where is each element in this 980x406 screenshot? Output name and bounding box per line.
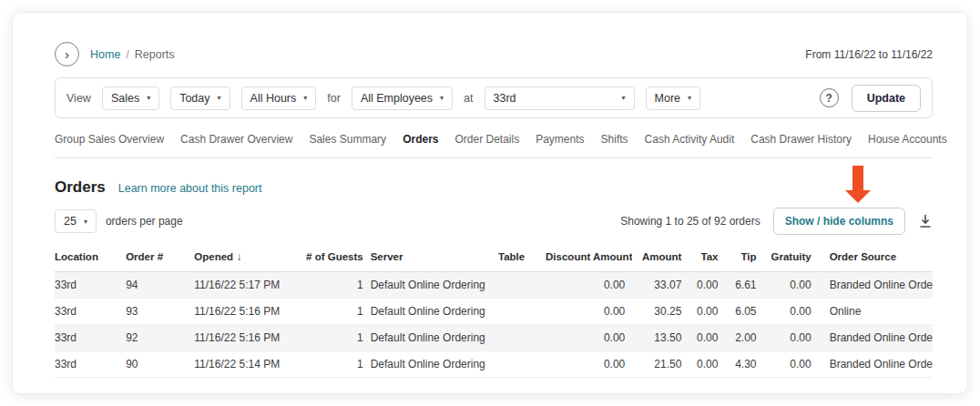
cell-tip: 6.05 <box>725 299 763 325</box>
cell-location: 33rd <box>55 351 126 378</box>
cell-tip: 2.00 <box>725 325 763 351</box>
cell-server: Default Online Ordering <box>371 272 498 299</box>
orders-header-row: LocationOrder #Opened ↓# of GuestsServer… <box>55 242 933 272</box>
cell-of-guests: 1 <box>300 272 371 299</box>
breadcrumb-current: Reports <box>135 48 175 61</box>
help-icon[interactable]: ? <box>820 88 839 107</box>
breadcrumb-separator: / <box>126 48 128 61</box>
column-header-of-guests[interactable]: # of Guests <box>300 242 371 272</box>
filter-bar: View Sales ▾ Today ▾ All Hours ▾ for All… <box>55 77 933 118</box>
breadcrumb-home-link[interactable]: Home <box>90 48 120 61</box>
cell-amount: 21.50 <box>632 351 689 378</box>
cell-order: 93 <box>126 299 194 325</box>
breadcrumb: Home/Reports <box>90 48 175 61</box>
column-header-order-source[interactable]: Order Source <box>819 242 933 272</box>
chevron-down-icon: ▾ <box>440 94 444 102</box>
cell-discount-amount: 0.00 <box>546 351 632 378</box>
column-header-order[interactable]: Order # <box>126 242 194 272</box>
cell-of-guests: 1 <box>300 299 371 325</box>
report-type-value: Sales <box>111 92 139 105</box>
show-hide-columns-button[interactable]: Show / hide columns <box>773 208 905 235</box>
cell-of-guests: 1 <box>300 325 371 351</box>
tab-cash-drawer-overview[interactable]: Cash Drawer Overview <box>180 133 292 146</box>
column-header-tax[interactable]: Tax <box>689 242 725 272</box>
column-header-opened[interactable]: Opened ↓ <box>194 242 299 272</box>
cell-gratuity: 0.00 <box>764 272 819 299</box>
reports-content: › Home/Reports From 11/16/22 to 11/16/22… <box>13 13 967 394</box>
report-type-select[interactable]: Sales ▾ <box>102 86 159 110</box>
cell-location: 33rd <box>55 325 126 351</box>
order-row[interactable]: 33rd9011/16/22 5:14 PM1Default Online Or… <box>55 351 933 378</box>
update-button[interactable]: Update <box>852 85 921 112</box>
column-header-location[interactable]: Location <box>55 242 126 272</box>
tab-orders[interactable]: Orders <box>403 133 438 146</box>
page-size-value: 25 <box>64 215 77 228</box>
cell-opened: 11/16/22 5:16 PM <box>194 299 299 325</box>
table-controls-row: 25 ▾ orders per page Showing 1 to 25 of … <box>55 208 933 235</box>
cell-amount: 33.07 <box>632 272 689 299</box>
orders-table: LocationOrder #Opened ↓# of GuestsServer… <box>55 242 933 378</box>
cell-order-source: Branded Online Ordering <box>819 351 933 378</box>
cell-discount-amount: 0.00 <box>546 325 632 351</box>
cell-server: Default Online Ordering <box>371 325 498 351</box>
cell-server: Default Online Ordering <box>371 351 498 378</box>
cell-order: 90 <box>126 351 194 378</box>
cell-amount: 13.50 <box>632 325 689 351</box>
hours-filter-select[interactable]: All Hours ▾ <box>241 86 317 110</box>
tab-cash-drawer-history[interactable]: Cash Drawer History <box>750 133 852 146</box>
chevron-right-icon: › <box>65 47 69 61</box>
employees-filter-select[interactable]: All Employees ▾ <box>352 86 453 110</box>
column-header-table[interactable]: Table <box>498 242 546 272</box>
cell-table <box>498 351 546 378</box>
cell-gratuity: 0.00 <box>764 351 819 378</box>
page-size-label: orders per page <box>106 215 183 228</box>
tab-cash-activity-audit[interactable]: Cash Activity Audit <box>645 133 735 146</box>
tab-payments[interactable]: Payments <box>536 133 584 146</box>
learn-more-link[interactable]: Learn more about this report <box>118 182 262 195</box>
column-header-gratuity[interactable]: Gratuity <box>764 242 819 272</box>
cell-discount-amount: 0.00 <box>546 299 632 325</box>
more-filters-value: More <box>655 92 680 105</box>
tab-sales-summary[interactable]: Sales Summary <box>309 133 386 146</box>
location-filter-select[interactable]: 33rd ▾ <box>485 86 635 110</box>
tab-order-details[interactable]: Order Details <box>454 133 519 146</box>
order-row[interactable]: 33rd9411/16/22 5:17 PM1Default Online Or… <box>55 272 933 299</box>
cell-opened: 11/16/22 5:16 PM <box>194 325 299 351</box>
column-header-amount[interactable]: Amount <box>632 242 689 272</box>
arrow-down-icon: ↓ <box>233 250 241 263</box>
date-filter-select[interactable]: Today ▾ <box>170 86 230 110</box>
cell-discount-amount: 0.00 <box>546 272 632 299</box>
cell-order: 92 <box>126 325 194 351</box>
cell-table <box>498 272 546 299</box>
cell-order-source: Online <box>819 299 933 325</box>
tab-group-sales-overview[interactable]: Group Sales Overview <box>55 133 164 146</box>
orders-table-body: 33rd9411/16/22 5:17 PM1Default Online Or… <box>55 272 933 378</box>
column-header-discount-amount[interactable]: Discount Amount <box>546 242 632 272</box>
page-title: Orders <box>55 178 106 197</box>
column-header-server[interactable]: Server <box>371 242 498 272</box>
page-size-select[interactable]: 25 ▾ <box>55 209 97 233</box>
cell-tax: 0.00 <box>689 299 725 325</box>
chevron-down-icon: ▾ <box>303 94 307 102</box>
order-row[interactable]: 33rd9211/16/22 5:16 PM1Default Online Or… <box>55 325 933 351</box>
column-header-tip[interactable]: Tip <box>725 242 763 272</box>
chevron-down-icon: ▾ <box>622 94 626 102</box>
breadcrumb-row: › Home/Reports From 11/16/22 to 11/16/22 <box>55 42 933 66</box>
chevron-down-icon: ▾ <box>688 94 691 102</box>
download-icon[interactable] <box>918 214 933 228</box>
cell-gratuity: 0.00 <box>764 299 819 325</box>
expand-sidebar-button[interactable]: › <box>55 42 79 66</box>
tab-house-accounts[interactable]: House Accounts <box>868 133 947 146</box>
location-filter-value: 33rd <box>494 92 516 105</box>
at-label: at <box>464 92 473 105</box>
order-row[interactable]: 33rd9311/16/22 5:16 PM1Default Online Or… <box>55 299 933 325</box>
cell-server: Default Online Ordering <box>371 299 498 325</box>
cell-opened: 11/16/22 5:17 PM <box>194 272 299 299</box>
reports-page-card: › Home/Reports From 11/16/22 to 11/16/22… <box>12 12 968 394</box>
cell-order-source: Branded Online Ordering <box>819 325 933 351</box>
cell-tip: 4.30 <box>725 351 763 378</box>
tab-shifts[interactable]: Shifts <box>601 133 628 146</box>
cell-opened: 11/16/22 5:14 PM <box>194 351 299 378</box>
cell-tax: 0.00 <box>689 325 725 351</box>
more-filters-select[interactable]: More ▾ <box>646 86 701 110</box>
